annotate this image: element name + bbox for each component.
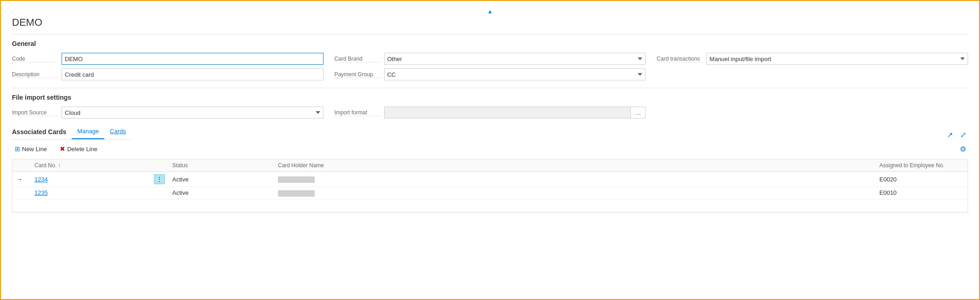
empty-cell-2 [657,107,968,119]
delete-line-btn[interactable]: ✖ Delete Line [57,143,100,154]
col-header-employee: Assigned to Employee No. [876,159,968,172]
import-source-select[interactable]: Cloud FTP Local [62,107,323,119]
delete-line-label: Delete Line [67,146,97,153]
tab-manage[interactable]: Manage [72,126,104,139]
row-arrow-2 [12,187,31,199]
export-icon: ↗ [947,131,953,139]
table-row: → 1234 ⋮ Active [12,172,968,187]
top-chevron: ▲ [12,8,968,15]
file-import-section: File import settings Import Source Cloud… [12,94,968,119]
import-format-label: Import format [334,109,380,116]
row-employee-2: E0010 [876,187,968,199]
general-divider [12,34,968,34]
description-field [62,68,323,80]
row-dots-1: ⋮ [150,172,169,187]
card-transactions-label: Card transactions [657,56,702,62]
file-import-header: File import settings [12,94,968,101]
card-brand-select[interactable]: Other Visa Mastercard Amex [384,53,646,65]
description-label: Description [12,71,58,78]
description-input[interactable] [62,68,323,80]
card-transactions-select[interactable]: Manuel input/file import API Direct feed [706,53,968,65]
table-header-row: Card No. ↑ Status Card Holder Name Assig… [12,159,968,172]
card-transactions-field-row: Card transactions Manuel input/file impo… [657,53,968,65]
card-brand-label: Card Brand [334,56,380,62]
associated-cards-header-row: Associated Cards Manage Cards ↗ ⤢ [12,126,968,143]
col-header-dots [150,159,169,172]
three-dots-btn-1[interactable]: ⋮ [154,174,165,184]
cards-table-container: Card No. ↑ Status Card Holder Name Assig… [12,159,968,213]
row-arrow-1: → [12,172,31,187]
associated-cards-section: Associated Cards Manage Cards ↗ ⤢ ⊞ New … [12,126,968,213]
empty-cell-1 [657,68,968,80]
file-import-divider [12,88,968,88]
settings-icon: ⚙ [960,145,966,153]
associated-cards-tabs: Associated Cards Manage Cards [12,126,131,140]
card-no-link-1[interactable]: 1234 [34,176,48,183]
tab-cards[interactable]: Cards [104,126,131,139]
delete-line-icon: ✖ [60,145,65,153]
general-section-header: General [12,40,968,47]
card-brand-wrapper: Other Visa Mastercard Amex [384,53,646,65]
row-cardno-empty [31,199,150,212]
payment-group-wrapper: CC DD TRF [384,68,646,80]
import-format-lookup-btn[interactable]: ... [631,107,646,119]
col-header-arrow [12,159,31,172]
import-source-row: Import Source Cloud FTP Local [12,107,323,119]
holder-name-blurred-2 [278,190,315,197]
row-holdername-2 [274,187,876,199]
row-dots-empty [150,199,169,212]
code-field-row: Code [12,53,323,65]
card-no-link-2[interactable]: 1235 [34,189,48,196]
open-in-icon-btn[interactable]: ⤢ [958,130,968,140]
new-line-btn[interactable]: ⊞ New Line [12,143,50,154]
payment-group-field-row: Payment Group CC DD TRF [334,68,646,80]
row-holdername-1 [274,172,876,187]
new-line-label: New Line [22,146,47,153]
row-dots-2 [150,187,169,199]
payment-group-label: Payment Group [334,71,380,78]
import-format-input[interactable] [384,107,631,119]
associated-cards-title: Associated Cards [12,126,70,139]
code-label: Code [12,56,58,62]
import-format-wrapper: ... [384,107,646,119]
col-header-cardno: Card No. ↑ [31,159,150,172]
cards-table: Card No. ↑ Status Card Holder Name Assig… [12,159,968,212]
row-employee-1: E0020 [876,172,968,187]
row-employee-empty [876,199,968,212]
import-source-wrapper: Cloud FTP Local [62,107,323,119]
table-row [12,199,968,212]
page-title: DEMO [12,17,968,28]
holder-name-blurred-1 [278,176,315,183]
new-line-icon: ⊞ [15,145,20,153]
associated-cards-toolbar: ⊞ New Line ✖ Delete Line ⚙ [12,143,968,154]
top-right-icons: ↗ ⤢ [945,130,968,140]
card-transactions-wrapper: Manuel input/file import API Direct feed [706,53,968,65]
general-form: Code Card Brand Other Visa Mastercard Am… [12,53,968,80]
open-in-icon: ⤢ [960,131,966,139]
table-row: 1235 Active E0010 [12,187,968,199]
row-status-1: Active [169,172,274,187]
row-status-2: Active [169,187,274,199]
row-cardno-1: 1234 [31,172,150,187]
description-field-row: Description [12,68,323,80]
code-field [62,53,323,65]
file-import-form: Import Source Cloud FTP Local Import for… [12,107,968,119]
payment-group-select[interactable]: CC DD TRF [384,68,646,80]
row-cardno-2: 1235 [31,187,150,199]
import-source-label: Import Source [12,109,58,116]
col-header-holdername: Card Holder Name [274,159,876,172]
row-arrow-empty [12,199,31,212]
settings-icon-btn[interactable]: ⚙ [958,144,968,154]
import-format-row: Import format ... [334,107,646,119]
card-brand-field-row: Card Brand Other Visa Mastercard Amex [334,53,646,65]
col-header-status: Status [169,159,274,172]
row-status-empty [169,199,274,212]
export-icon-btn[interactable]: ↗ [945,130,955,140]
row-holdername-empty [274,199,876,212]
code-input[interactable] [62,53,323,65]
